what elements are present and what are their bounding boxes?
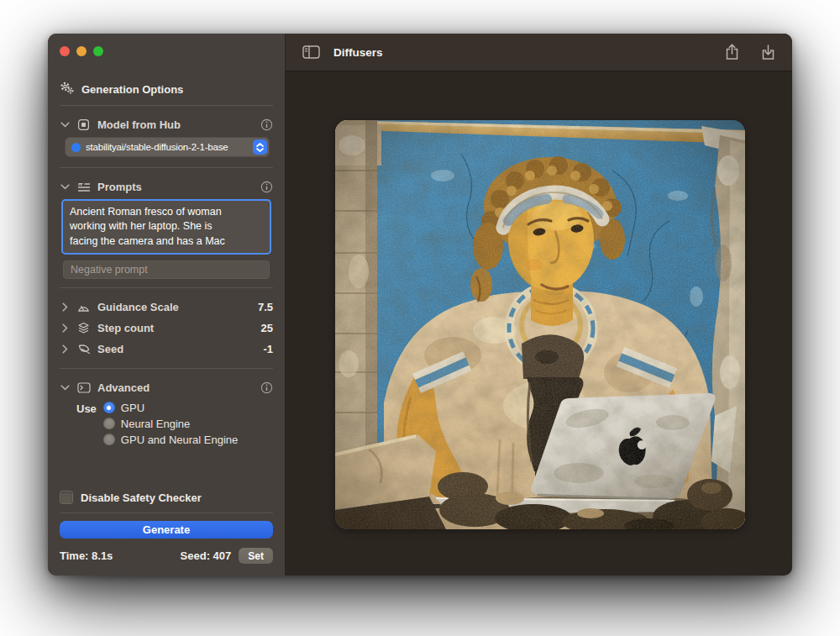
generate-button[interactable]: Generate <box>60 521 273 539</box>
app-window: Generation Options Model from Hub <box>48 34 792 576</box>
info-icon[interactable] <box>260 181 273 193</box>
negative-prompt-input[interactable] <box>63 260 270 279</box>
model-chip-icon <box>76 118 91 131</box>
select-stepper-icon[interactable] <box>253 139 267 155</box>
terminal-icon <box>76 382 91 393</box>
close-button[interactable] <box>60 46 70 56</box>
compute-option-gpu[interactable]: GPU <box>103 402 238 413</box>
leaf-icon <box>76 344 91 355</box>
image-canvas <box>286 71 792 576</box>
guidance-scale-value: 7.5 <box>258 301 273 313</box>
model-status-dot-icon <box>71 143 81 152</box>
share-icon[interactable] <box>725 44 739 60</box>
guidance-scale-label: Guidance Scale <box>97 301 179 313</box>
step-count-value: 25 <box>261 322 273 334</box>
set-seed-button[interactable]: Set <box>239 548 273 564</box>
advanced-label: Advanced <box>97 381 150 394</box>
window-title: Diffusers <box>333 46 383 59</box>
info-icon[interactable] <box>260 381 273 394</box>
divider <box>60 512 273 513</box>
chevron-right-icon[interactable] <box>60 302 70 312</box>
model-select[interactable]: stabilityai/stable-diffusion-2-1-base <box>65 137 270 157</box>
radio-neural-engine[interactable] <box>103 418 115 429</box>
radio-gpu-label: GPU <box>121 402 144 414</box>
chevron-down-icon[interactable] <box>60 385 70 391</box>
prompts-row[interactable]: Prompts <box>60 176 273 197</box>
generation-options-header: Generation Options <box>60 81 273 97</box>
divider <box>60 167 273 168</box>
model-select-value: stabilityai/stable-diffusion-2-1-base <box>86 142 253 152</box>
gears-icon <box>60 81 74 97</box>
chevron-right-icon[interactable] <box>60 344 70 354</box>
status-bar: Time: 8.1s Seed: 407 Set <box>60 548 273 564</box>
disable-safety-checker-row[interactable]: Disable Safety Checker <box>60 489 273 506</box>
chevron-down-icon[interactable] <box>60 122 70 128</box>
chevron-down-icon[interactable] <box>60 184 70 190</box>
traffic-lights <box>60 34 273 56</box>
seed-value: -1 <box>263 343 273 355</box>
radio-gpu-and-neural-engine-label: GPU and Neural Engine <box>121 434 238 446</box>
divider <box>60 368 273 369</box>
prompts-label: Prompts <box>97 181 142 193</box>
divider <box>60 287 273 288</box>
seed-row[interactable]: Seed -1 <box>60 339 273 360</box>
radio-gpu-and-neural-engine[interactable] <box>103 434 115 445</box>
radio-neural-engine-label: Neural Engine <box>121 418 190 430</box>
sidebar: Generation Options Model from Hub <box>48 34 286 576</box>
seed-status: Seed: 407 <box>181 549 232 562</box>
save-icon[interactable] <box>761 44 775 60</box>
time-status: Time: 8.1s <box>60 549 113 562</box>
screenshot-stage: { "titlebar": { "title": "Diffusers" }, … <box>0 0 840 636</box>
zoom-button[interactable] <box>93 46 103 56</box>
info-icon[interactable] <box>260 118 273 131</box>
prompts-quote-icon <box>76 181 91 193</box>
model-from-hub-label: Model from Hub <box>97 118 181 131</box>
chevron-right-icon[interactable] <box>60 323 70 333</box>
minimize-button[interactable] <box>76 46 87 56</box>
compute-option-neural-engine[interactable]: Neural Engine <box>103 418 238 429</box>
dial-icon <box>76 302 91 313</box>
generated-image <box>335 120 745 529</box>
compute-option-gpu-and-neural-engine[interactable]: GPU and Neural Engine <box>103 434 238 445</box>
compute-unit-group: Use GPU Neural Engine GPU and Neural Eng… <box>76 402 273 445</box>
use-label: Use <box>76 402 97 415</box>
advanced-row[interactable]: Advanced <box>60 377 273 398</box>
step-count-row[interactable]: Step count 25 <box>60 318 273 339</box>
divider <box>60 105 273 106</box>
toggle-sidebar-icon[interactable] <box>302 45 320 59</box>
model-from-hub-row[interactable]: Model from Hub <box>60 114 273 135</box>
main-panel: Diffusers <box>286 34 792 576</box>
layers-icon <box>76 322 91 334</box>
titlebar: Diffusers <box>286 34 792 71</box>
generation-options-title: Generation Options <box>81 83 183 96</box>
prompt-input[interactable]: Ancient Roman fresco of woman working wi… <box>61 199 271 255</box>
step-count-label: Step count <box>97 322 154 334</box>
safety-checkbox-label: Disable Safety Checker <box>81 491 202 504</box>
radio-gpu[interactable] <box>103 402 115 413</box>
guidance-scale-row[interactable]: Guidance Scale 7.5 <box>60 297 273 318</box>
seed-label: Seed <box>97 343 123 355</box>
safety-checkbox[interactable] <box>60 491 73 504</box>
